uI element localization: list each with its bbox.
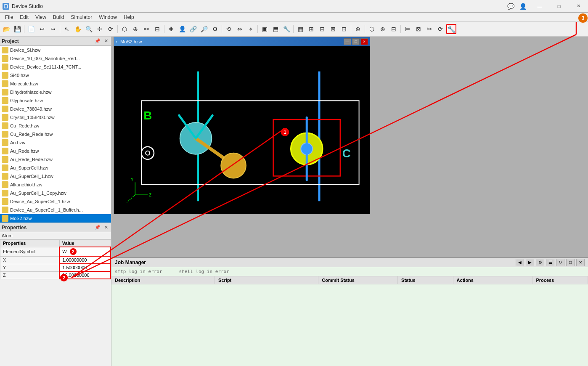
- project-item[interactable]: Glyphosate.hzw: [0, 96, 111, 105]
- project-item[interactable]: Device_Au_SuperCell_1_Buffer.h...: [0, 206, 111, 214]
- user-icon[interactable]: 👤: [519, 3, 527, 10]
- menu-view[interactable]: View: [32, 13, 50, 21]
- properties-header: Properties 📌 ✕: [0, 223, 111, 232]
- measure-button[interactable]: ⊨: [403, 24, 413, 34]
- periodic-button[interactable]: ⊟: [317, 24, 327, 34]
- cursor-button[interactable]: ↖: [62, 24, 72, 34]
- atom-button[interactable]: ⬡: [119, 24, 130, 34]
- properties-title: Properties: [2, 225, 26, 231]
- file-icon: [2, 164, 8, 171]
- menu-edit[interactable]: Edit: [16, 13, 32, 21]
- grid-button[interactable]: ▦: [295, 24, 305, 34]
- jm-btn-4[interactable]: ☰: [546, 259, 554, 266]
- surface-button[interactable]: ⊟: [152, 24, 162, 34]
- properties-panel: Properties 📌 ✕ Atom Properties Value Ele…: [0, 223, 111, 366]
- new-button[interactable]: 📄: [26, 24, 36, 34]
- minimize-button[interactable]: —: [530, 0, 549, 13]
- tools-button[interactable]: 🔧: [281, 24, 291, 34]
- project-item[interactable]: Alkanethiol.hzw: [0, 180, 111, 189]
- project-pin-button[interactable]: 📌: [94, 38, 101, 45]
- transform-button[interactable]: ⟲: [224, 24, 234, 34]
- project-item[interactable]: Au_SuperCell.hzw: [0, 164, 111, 172]
- props-close-button[interactable]: ✕: [103, 224, 109, 231]
- lattice-button[interactable]: ⊟: [389, 24, 399, 34]
- viewer-canvas[interactable]: B C: [114, 46, 370, 214]
- maximize-button[interactable]: □: [549, 0, 569, 13]
- jm-sftp-log: sftp log in error: [115, 269, 162, 274]
- separator-5: [222, 25, 222, 33]
- viewer-maximize-button[interactable]: □: [352, 38, 360, 45]
- zoom-in-button[interactable]: 🔍: [84, 24, 94, 34]
- rotate-button[interactable]: ⟳: [435, 24, 445, 34]
- axis-button[interactable]: ⌖: [246, 24, 256, 34]
- open-folder-button[interactable]: 📂: [1, 24, 11, 34]
- viewer-close-button[interactable]: ✕: [360, 38, 368, 45]
- project-item[interactable]: Au_SuperCell_1.hzw: [0, 172, 111, 180]
- add-button[interactable]: ✚: [166, 24, 176, 34]
- menu-window[interactable]: Window: [95, 13, 120, 21]
- cell-button[interactable]: ⊞: [306, 24, 316, 34]
- project-item[interactable]: Au_Rede_Rede.hzw: [0, 155, 111, 164]
- lasso-button[interactable]: ⬒: [270, 24, 281, 34]
- project-item[interactable]: Molecule.hzw: [0, 80, 111, 88]
- project-item-selected[interactable]: MoS2.hzw: [0, 214, 111, 223]
- undo-button[interactable]: ↩: [37, 24, 47, 34]
- link-button[interactable]: 🔗: [188, 24, 198, 34]
- rotate-3d-button[interactable]: ⟳: [106, 24, 116, 34]
- project-item[interactable]: Cu_Rede.hzw: [0, 122, 111, 130]
- menu-simulator[interactable]: Simulator: [68, 13, 96, 21]
- project-item[interactable]: Device_Si.hzw: [0, 46, 111, 54]
- error-button[interactable]: ⊕: [353, 24, 363, 34]
- scissor-button[interactable]: ✂: [424, 24, 434, 34]
- project-item[interactable]: Device_Au_SuperCell_1.hzw: [0, 197, 111, 206]
- jm-btn-3[interactable]: ⚙: [536, 259, 544, 266]
- project-item[interactable]: Au_SuperCell_1_Copy.hzw: [0, 189, 111, 197]
- jm-btn-1[interactable]: ◀: [516, 259, 524, 266]
- project-item[interactable]: Au.hzw: [0, 138, 111, 147]
- close-button[interactable]: ✕: [569, 0, 588, 13]
- build-button[interactable]: ⊕: [130, 24, 140, 34]
- project-item[interactable]: Device_Device_Sc111-14_7CNT...: [0, 63, 111, 71]
- jm-close-button[interactable]: ✕: [576, 259, 585, 266]
- add-user-button[interactable]: 👤: [177, 24, 187, 34]
- menu-file[interactable]: File: [2, 13, 16, 21]
- zoom-fit-button[interactable]: 🔎: [199, 24, 209, 34]
- props-pin-button[interactable]: 📌: [94, 224, 101, 231]
- project-item[interactable]: Si40.hzw: [0, 71, 111, 80]
- project-item[interactable]: Au_Rede.hzw: [0, 147, 111, 155]
- project-item[interactable]: Dihydrothiazole.hzw: [0, 88, 111, 96]
- jm-maximize-button[interactable]: □: [566, 259, 575, 266]
- jm-btn-5[interactable]: ↻: [556, 259, 564, 266]
- menu-bar: File Edit View Build Simulator Window He…: [0, 13, 588, 22]
- bond-button[interactable]: ⚯: [141, 24, 151, 34]
- wrench-button[interactable]: 🔧: [446, 24, 456, 34]
- project-item[interactable]: Crystal_1058400.hzw: [0, 113, 111, 122]
- select-button[interactable]: ▣: [260, 24, 270, 34]
- connect-button[interactable]: ⬡: [367, 24, 377, 34]
- menu-help[interactable]: Help: [120, 13, 138, 21]
- custom-button[interactable]: ⚙: [210, 24, 220, 34]
- project-item[interactable]: Cu_Rede_Rede.hzw: [0, 130, 111, 138]
- hand-button[interactable]: ✋: [73, 24, 83, 34]
- chat-icon[interactable]: 💬: [507, 3, 514, 10]
- project-item[interactable]: Device_738049.hzw: [0, 105, 111, 113]
- redo-button[interactable]: ↪: [48, 24, 58, 34]
- project-item[interactable]: Device_10_0Gr_Nanotube_Red...: [0, 54, 111, 63]
- viewer-minimize-button[interactable]: —: [344, 38, 351, 45]
- mirror-button[interactable]: ⇔: [235, 24, 245, 34]
- prop-row-z: Z 12.00000000: [0, 271, 111, 279]
- supercell-button[interactable]: ⊠: [328, 24, 338, 34]
- file-icon: [2, 148, 8, 154]
- project-close-button[interactable]: ✕: [103, 38, 109, 45]
- prop-row-y: Y 1.50000000: [0, 264, 111, 271]
- move-button[interactable]: ✢: [95, 24, 105, 34]
- graph-button[interactable]: ⊛: [378, 24, 388, 34]
- jm-col-process: Process: [532, 276, 588, 284]
- jm-btn-2[interactable]: ▶: [526, 259, 534, 266]
- share-button[interactable]: ⊠: [413, 24, 424, 34]
- save-button[interactable]: 💾: [12, 24, 22, 34]
- project-title: Project: [2, 38, 19, 44]
- supercell2-button[interactable]: ⊡: [339, 24, 349, 34]
- prop-name-x: X: [0, 256, 60, 264]
- menu-build[interactable]: Build: [50, 13, 68, 21]
